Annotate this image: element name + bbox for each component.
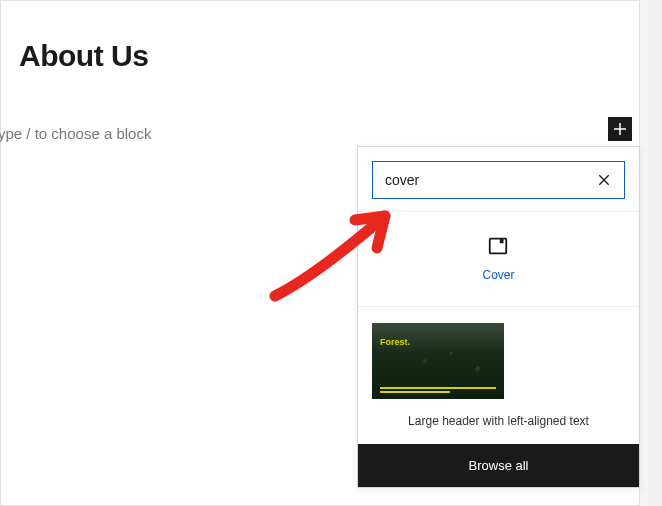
clear-search-button[interactable] [594, 170, 614, 190]
pattern-preview-text: Forest. [380, 337, 410, 347]
svg-rect-0 [490, 239, 507, 254]
pattern-results: Forest. Large header with left-aligned t… [358, 307, 639, 444]
browse-all-button[interactable]: Browse all [358, 444, 639, 487]
add-block-button[interactable] [608, 117, 632, 141]
pattern-preview-decoration [380, 387, 496, 389]
block-inserter-popover: Cover Forest. Large header with left-ali… [357, 146, 640, 488]
block-item-label: Cover [482, 268, 514, 282]
block-placeholder[interactable]: ype / to choose a block [0, 73, 639, 142]
search-container [358, 147, 639, 211]
block-item-cover[interactable]: Cover [470, 228, 526, 288]
svg-rect-1 [500, 239, 504, 244]
block-results: Cover [358, 211, 639, 307]
close-icon [596, 172, 612, 188]
cover-icon [486, 234, 510, 258]
scrollbar[interactable] [648, 0, 662, 506]
pattern-preview-decoration [380, 391, 450, 393]
search-box [372, 161, 625, 199]
plus-icon [611, 120, 629, 138]
pattern-title: Large header with left-aligned text [372, 409, 625, 430]
page-title[interactable]: About Us [1, 1, 639, 73]
editor-canvas: About Us ype / to choose a block Cover [0, 0, 640, 506]
pattern-preview[interactable]: Forest. [372, 323, 504, 399]
search-input[interactable] [385, 172, 594, 188]
